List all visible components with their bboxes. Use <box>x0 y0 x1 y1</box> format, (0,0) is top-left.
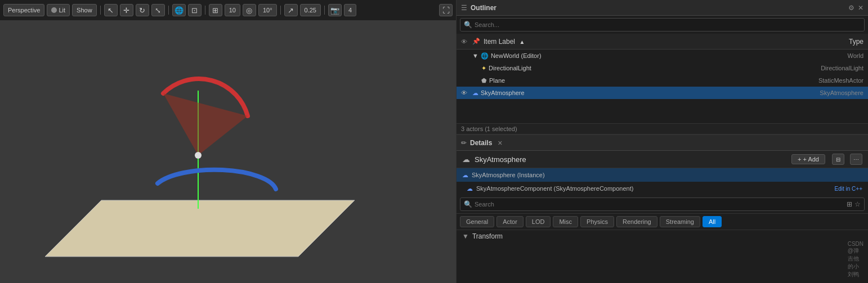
comp-sky-icon: ☁ <box>462 172 468 179</box>
maximize-button[interactable]: ⛶ <box>439 4 453 16</box>
layout-icon: ⊟ <box>836 156 840 163</box>
row-name: SkyAtmosphere <box>481 89 525 96</box>
row-collapse-icon: ▼ <box>472 52 478 59</box>
add-label: + Add <box>803 156 819 163</box>
perspective-button[interactable]: Perspective <box>3 4 44 16</box>
outliner-search-input[interactable] <box>475 21 861 28</box>
select-tool-button[interactable]: ↖ <box>104 4 118 16</box>
instance-name: SkyAtmosphere (Instance) <box>472 172 545 178</box>
transform-section: ▼ Transform <box>457 230 868 242</box>
camera-speed-button[interactable]: 📷 <box>328 4 342 16</box>
outliner-columns: 👁 📌 Item Label ▲ Type <box>457 34 868 50</box>
tab-misc[interactable]: Misc <box>553 216 578 227</box>
details-close-button[interactable]: × <box>498 138 502 147</box>
row-content: ⬟ Plane <box>481 77 773 84</box>
camera-value: 4 <box>348 7 352 14</box>
list-item[interactable]: ☁ SkyAtmosphereComponent (SkyAtmosphereC… <box>461 182 868 195</box>
details-search-input[interactable] <box>475 201 844 208</box>
camera-value-button[interactable]: 4 <box>344 4 356 16</box>
viewport-toolbar: Perspective Lit Show ↖ ✛ ↻ ⤡ 🌐 ⊡ <box>0 0 456 20</box>
rotate-tool-button[interactable]: ↻ <box>136 4 149 16</box>
outliner-search-bar[interactable]: 🔍 <box>460 18 865 32</box>
row-type: World <box>773 52 863 59</box>
category-tabs: General Actor LOD Misc Physics Rendering… <box>457 213 868 230</box>
move-icon: ✛ <box>123 6 129 15</box>
scale-icon: ⤡ <box>155 6 161 15</box>
transform-collapse-icon: ▼ <box>462 232 469 240</box>
outliner-section: ☰ Outliner ⚙ ✕ 🔍 👁 📌 Item Label ▲ Type <box>457 0 868 135</box>
sky-icon: ☁ <box>472 89 478 97</box>
scale-value-button[interactable]: 0.25 <box>300 4 321 16</box>
row-name: NewWorld (Editor) <box>491 52 542 59</box>
3d-canvas[interactable] <box>0 20 456 283</box>
col-item-label[interactable]: Item Label ▲ <box>484 38 773 46</box>
row-eye: 👁 <box>461 89 472 96</box>
svg-point-3 <box>195 152 202 159</box>
lit-button[interactable]: Lit <box>47 4 70 16</box>
camera-icon: 📷 <box>330 6 339 15</box>
show-button[interactable]: Show <box>72 4 97 16</box>
details-title: Details <box>470 139 492 147</box>
details-grid-icon[interactable]: ⊞ <box>847 200 852 208</box>
tab-general[interactable]: General <box>460 216 494 227</box>
outliner-more-icon[interactable]: ✕ <box>858 4 863 12</box>
col-eye: 👁 <box>461 38 472 45</box>
outliner-header: ☰ Outliner ⚙ ✕ <box>457 0 868 16</box>
tab-physics[interactable]: Physics <box>580 216 614 227</box>
surface-snapping-button[interactable]: ⊡ <box>188 4 202 16</box>
comp-sub-icon: ☁ <box>467 185 473 192</box>
world-space-button[interactable]: 🌐 <box>172 4 186 16</box>
col-type: Type <box>773 38 863 46</box>
toolbar-separator-2 <box>168 6 169 15</box>
table-row[interactable]: 👁 ☁ SkyAtmosphere SkyAtmosphere <box>457 87 868 99</box>
row-content: ▼ 🌐 NewWorld (Editor) <box>472 52 773 60</box>
details-star-icon[interactable]: ☆ <box>854 200 861 208</box>
move-tool-button[interactable]: ✛ <box>120 4 133 16</box>
table-row[interactable]: ▼ 🌐 NewWorld (Editor) World <box>457 50 868 62</box>
row-content: ☁ SkyAtmosphere <box>472 89 773 97</box>
layout-toggle-button[interactable]: ⊟ <box>832 154 844 165</box>
details-header: ✏ Details × <box>457 135 868 151</box>
mesh-icon: ⬟ <box>481 77 487 84</box>
scale-snapping-button[interactable]: ↗ <box>284 4 298 16</box>
tab-actor[interactable]: Actor <box>496 216 524 227</box>
angle-value: 10° <box>263 7 272 14</box>
col-pin: 📌 <box>472 38 484 45</box>
angle-snapping-button[interactable]: ◎ <box>243 4 256 16</box>
more-options-button[interactable]: ⋯ <box>850 154 862 165</box>
transform-label: Transform <box>472 232 503 240</box>
scale-value: 0.25 <box>305 7 316 14</box>
maximize-icon: ⛶ <box>442 6 450 15</box>
grid-size-value: 10 <box>229 7 236 14</box>
globe-icon: 🌐 <box>175 6 184 15</box>
grid-toggle-button[interactable]: ⊞ <box>209 4 222 16</box>
lit-dot <box>51 7 57 13</box>
list-item[interactable]: ☁ SkyAtmosphere (Instance) <box>457 168 868 182</box>
outliner-list: ▼ 🌐 NewWorld (Editor) World ✦ Directiona… <box>457 50 868 123</box>
transform-header[interactable]: ▼ Transform <box>462 232 862 240</box>
table-row[interactable]: ⬟ Plane StaticMeshActor <box>457 74 868 87</box>
tab-streaming[interactable]: Streaming <box>660 216 700 227</box>
actors-status: 3 actors (1 selected) <box>457 123 868 134</box>
watermark: CSDN @弹吉他的小刘鸭 <box>848 241 863 278</box>
search-icon: 🔍 <box>464 21 472 29</box>
surface-icon: ⊡ <box>191 6 198 15</box>
table-row[interactable]: ✦ DirectionalLight DirectionalLight <box>457 62 868 74</box>
edit-cpp-button[interactable]: Edit in C++ <box>835 186 862 192</box>
row-name: Plane <box>489 77 505 84</box>
add-component-button[interactable]: + + Add <box>791 154 825 164</box>
row-type: SkyAtmosphere <box>773 89 863 96</box>
tab-all[interactable]: All <box>703 216 722 227</box>
grid-size-button[interactable]: 10 <box>225 4 240 16</box>
scene-svg <box>0 20 456 283</box>
tab-lod[interactable]: LOD <box>526 216 551 227</box>
toolbar-separator-4 <box>280 6 281 15</box>
scale-tool-button[interactable]: ⤡ <box>151 4 165 16</box>
details-search-bar[interactable]: 🔍 ⊞ ☆ <box>460 197 865 211</box>
angle-value-button[interactable]: 10° <box>258 4 277 16</box>
more-icon: ⋯ <box>853 156 859 163</box>
outliner-settings-icon[interactable]: ⚙ <box>848 4 854 12</box>
tab-rendering[interactable]: Rendering <box>616 216 657 227</box>
row-type: StaticMeshActor <box>773 77 863 84</box>
details-body: ☁ SkyAtmosphere (Instance) ☁ SkyAtmosphe… <box>457 168 868 283</box>
